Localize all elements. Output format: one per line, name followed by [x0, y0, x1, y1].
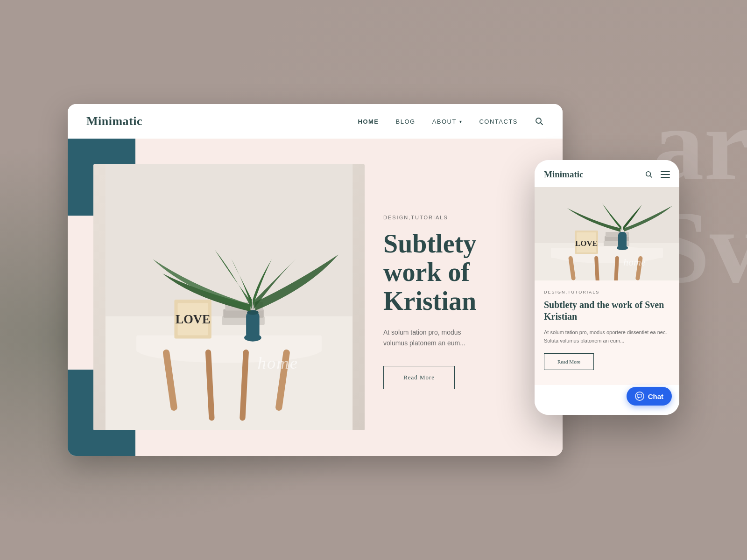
desktop-nav: Minimatic HOME BLOG ABOUT ▾ CONTACTS — [68, 104, 563, 139]
svg-rect-5 — [136, 335, 322, 352]
chevron-down-icon: ▾ — [459, 119, 463, 124]
mobile-menu-icon[interactable] — [661, 171, 670, 178]
mobile-nav: Minimatic — [535, 160, 679, 187]
nav-link-home[interactable]: HOME — [358, 118, 379, 125]
scene: Minimatic HOME BLOG ABOUT ▾ CONTACTS — [68, 104, 679, 456]
mobile-title: Subtlety and the work of Sven Kristian — [544, 299, 670, 322]
desktop-hero: LOVE — [68, 139, 563, 456]
svg-text:home: home — [258, 353, 298, 372]
mobile-tag: DESIGN,TUTORIALS — [544, 290, 670, 294]
mobile-hero-image: LOVE home — [535, 187, 679, 280]
hero-content: DESIGN,TUTORIALS Subtletywork ofKristian… — [365, 139, 563, 456]
chat-icon — [635, 392, 644, 401]
mobile-content: DESIGN,TUTORIALS Subtlety and the work o… — [535, 280, 679, 385]
read-more-button-desktop[interactable]: Read More — [383, 366, 455, 389]
chat-label: Chat — [648, 392, 663, 400]
svg-line-21 — [650, 175, 652, 177]
svg-rect-3 — [106, 164, 352, 316]
mobile-nav-icons — [645, 170, 670, 179]
mobile-excerpt: At solum tation pro, modus oportere diss… — [544, 328, 670, 345]
hero-excerpt: At solum tation pro, modusvolumus platon… — [383, 327, 544, 350]
read-more-button-mobile[interactable]: Read More — [544, 353, 594, 370]
desktop-nav-links: HOME BLOG ABOUT ▾ CONTACTS — [358, 117, 544, 126]
svg-rect-37 — [618, 232, 627, 249]
mobile-search-icon[interactable] — [645, 170, 653, 179]
search-icon[interactable] — [535, 117, 544, 126]
hero-image-area: LOVE — [68, 139, 365, 456]
mobile-logo: Minimatic — [544, 169, 583, 180]
svg-text:LOVE: LOVE — [575, 239, 598, 248]
mobile-mockup: Minimatic — [535, 160, 679, 415]
nav-link-contacts[interactable]: CONTACTS — [479, 118, 518, 125]
desktop-mockup: Minimatic HOME BLOG ABOUT ▾ CONTACTS — [68, 104, 563, 456]
hero-title: Subtletywork ofKristian — [383, 230, 544, 316]
desktop-logo: Minimatic — [86, 114, 142, 128]
svg-rect-17 — [246, 312, 260, 339]
svg-text:home: home — [623, 256, 646, 268]
hero-tag: DESIGN,TUTORIALS — [383, 215, 544, 220]
svg-line-1 — [541, 123, 543, 125]
chat-button[interactable]: Chat — [627, 387, 672, 406]
nav-link-blog[interactable]: BLOG — [396, 118, 416, 125]
svg-rect-25 — [551, 248, 663, 258]
nav-link-about[interactable]: ABOUT ▾ — [432, 118, 463, 125]
hero-image: LOVE — [93, 164, 365, 430]
svg-text:LOVE: LOVE — [176, 312, 211, 326]
